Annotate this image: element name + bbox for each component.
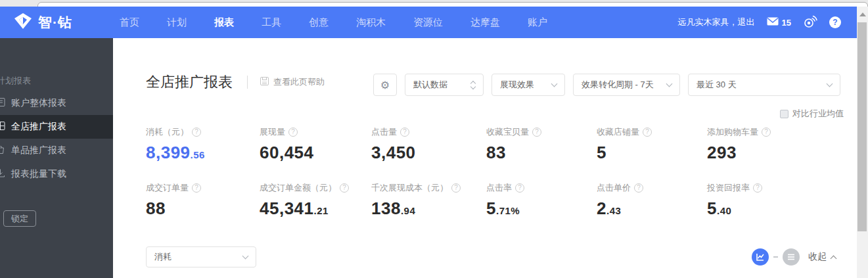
envelope-icon (767, 16, 779, 28)
help-link-label: 查看此页帮助 (273, 76, 325, 88)
question-icon[interactable]: ? (515, 183, 524, 193)
nav-menu: 首页 计划 报表 工具 创意 淘积木 资源位 达摩盘 账户 (120, 7, 547, 38)
document-icon (0, 97, 5, 109)
effect-type-select[interactable]: 展现效果 (491, 74, 565, 96)
mail-count-badge: 15 (782, 18, 791, 28)
diamond-logo-icon (13, 12, 33, 32)
mail-button[interactable]: 15 (767, 16, 791, 28)
metric-roi: 投资回报率? 5.40 (707, 182, 812, 219)
metrics-row-1: 消耗（元）? 8,399.56 展现量? 60,454 点击量? 3,450 收… (146, 126, 812, 163)
browser-strip (0, 0, 868, 7)
metric-clicks: 点击量? 3,450 (371, 126, 486, 163)
metric-label: 收藏店铺量 (597, 126, 639, 138)
divider (247, 76, 248, 89)
nav-item-damopan[interactable]: 达摩盘 (470, 16, 500, 29)
metric-label: 点击率 (486, 182, 512, 194)
settings-gear-button[interactable]: ⚙ (373, 74, 397, 96)
nav-item-home[interactable]: 首页 (120, 16, 139, 29)
nav-item-resource[interactable]: 资源位 (413, 16, 443, 29)
data-mode-select[interactable]: 默认数据 (405, 74, 484, 96)
question-icon[interactable]: ? (762, 127, 771, 137)
metric-label: 千次展现成本（元） (371, 182, 448, 194)
weibo-icon[interactable] (803, 15, 817, 30)
chevron-down-icon (827, 80, 833, 87)
compare-industry-toggle[interactable]: 对比行业均值 (780, 108, 844, 120)
chart-metric-select[interactable]: 消耗 (146, 246, 256, 267)
nav-item-report[interactable]: 报表 (214, 16, 234, 29)
caret-updown-icon (471, 81, 475, 89)
page-help-link[interactable]: 查看此页帮助 (260, 76, 325, 88)
metric-order-amount: 成交订单金额（元）? 45,341.21 (260, 182, 371, 219)
chevron-down-icon (666, 80, 673, 87)
compare-checkbox[interactable] (780, 110, 788, 118)
select-value: 效果转化周期 - 7天 (582, 79, 654, 91)
chevron-down-icon (551, 80, 558, 87)
table-view-button[interactable] (783, 248, 800, 266)
metric-value: 83 (486, 143, 597, 163)
metric-label: 点击量 (371, 126, 397, 138)
browser-tab-edge (37, 2, 868, 7)
metric-label: 投资回报率 (707, 182, 750, 194)
question-icon[interactable]: ? (192, 127, 201, 137)
select-value: 最近 30 天 (697, 79, 737, 91)
metric-orders: 成交订单量? 88 (146, 182, 260, 219)
metric-label: 成交订单量 (146, 182, 189, 194)
metric-label: 添加购物车量 (707, 126, 758, 138)
nav-item-account[interactable]: 账户 (528, 16, 547, 29)
metric-cpc: 点击单价? 2.43 (597, 182, 707, 219)
metrics-row-2: 成交订单量? 88 成交订单金额（元）? 45,341.21 千次展现成本（元）… (146, 182, 812, 219)
brand-logo[interactable]: 智·钻 (13, 7, 72, 38)
line-chart-view-button[interactable] (752, 248, 769, 266)
nav-item-taojimu[interactable]: 淘积木 (356, 16, 386, 29)
scrollbar-up-arrow-icon[interactable] (859, 12, 866, 16)
lock-button[interactable]: 锁定 (3, 210, 36, 227)
sidebar-item-batch-download[interactable]: 报表批量下载 (0, 162, 113, 186)
date-range-select[interactable]: 最近 30 天 (688, 74, 840, 96)
metric-item-favorites: 收藏宝贝量? 83 (486, 126, 597, 163)
metric-label: 消耗（元） (146, 126, 189, 138)
navbar-right: 远凡实木家具，退出 15 ? (678, 7, 841, 38)
nav-item-plan[interactable]: 计划 (167, 16, 187, 29)
shopping-bag-icon (0, 145, 5, 156)
question-icon[interactable]: ? (643, 127, 652, 137)
nav-item-tools[interactable]: 工具 (262, 16, 281, 29)
question-icon[interactable]: ? (288, 127, 298, 137)
sidebar-item-label: 单品推广报表 (11, 145, 66, 156)
collapse-button[interactable]: 收起 (808, 251, 827, 263)
metric-value: 5.40 (707, 198, 812, 219)
metric-value: 45,341.21 (260, 198, 371, 219)
main-content: 全店推广报表 查看此页帮助 ⚙ 默认数据 展现效果 效果转化周期 - 7天 (113, 38, 857, 278)
account-logout-link[interactable]: 远凡实木家具，退出 (678, 16, 755, 28)
metric-label: 收藏宝贝量 (486, 126, 529, 138)
sidebar-item-account-report[interactable]: 账户整体报表 (0, 91, 113, 115)
question-icon[interactable]: ? (532, 127, 541, 137)
question-icon[interactable]: ? (753, 183, 762, 193)
question-icon[interactable]: ? (340, 183, 349, 193)
chevron-up-icon[interactable] (831, 255, 837, 262)
question-icon[interactable]: ? (192, 183, 201, 193)
sidebar-section-title: 计划报表 (0, 75, 31, 87)
question-icon[interactable]: ? (451, 183, 461, 193)
question-icon[interactable]: ? (634, 183, 643, 193)
sidebar-item-item-report[interactable]: 单品推广报表 (0, 139, 113, 162)
sidebar-item-store-report[interactable]: 全店推广报表 (0, 115, 113, 139)
zhizuan-report-page: 智·钻 首页 计划 报表 工具 创意 淘积木 资源位 达摩盘 账户 远凡实木家具… (0, 0, 868, 278)
nav-item-creative[interactable]: 创意 (309, 16, 329, 29)
metric-ctr: 点击率? 5.71% (486, 182, 597, 219)
compare-label: 对比行业均值 (792, 108, 844, 120)
metric-cost: 消耗（元）? 8,399.56 (146, 126, 260, 163)
conversion-cycle-select[interactable]: 效果转化周期 - 7天 (573, 74, 680, 96)
vertical-scrollbar[interactable] (857, 7, 868, 278)
metric-value: 88 (146, 198, 260, 219)
question-icon[interactable]: ? (400, 127, 409, 137)
metric-value: 2.43 (597, 198, 707, 219)
page-title: 全店推广报表 (146, 72, 233, 92)
scrollbar-thumb[interactable] (857, 22, 867, 231)
sidebar-item-label: 账户整体报表 (11, 97, 66, 109)
report-controls: ⚙ 默认数据 展现效果 效果转化周期 - 7天 最近 30 天 (373, 74, 840, 96)
metric-label: 展现量 (260, 126, 285, 138)
sidebar-item-label: 报表批量下载 (11, 168, 66, 180)
help-icon[interactable]: ? (829, 16, 841, 28)
sidebar: 计划报表 账户整体报表 全店推广报表 单品推广报表 报表批量下载 锁定 (0, 38, 113, 278)
metric-value: 5.71% (486, 198, 597, 219)
